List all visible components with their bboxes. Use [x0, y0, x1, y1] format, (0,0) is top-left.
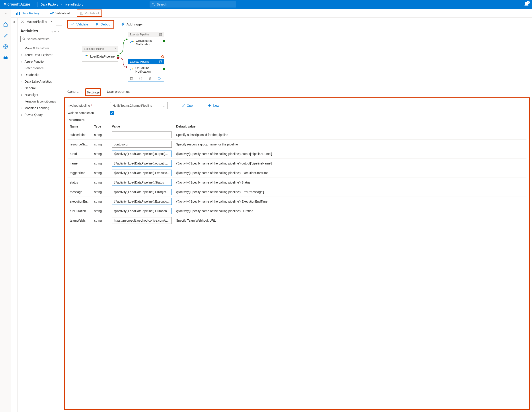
- param-default: @activity('Specify name of the calling p…: [174, 206, 526, 216]
- pipeline-activity-icon: [130, 68, 134, 72]
- add-trigger-button[interactable]: Add trigger: [119, 21, 145, 27]
- open-pipeline-button[interactable]: Open: [181, 104, 194, 107]
- param-type: string: [92, 149, 110, 159]
- activity-onfailure[interactable]: Execute Pipeline OnFailure Notification …: [128, 59, 164, 82]
- param-type: string: [92, 197, 110, 206]
- search-placeholder: Search: [157, 3, 166, 6]
- param-type: string: [92, 178, 110, 187]
- copy-icon[interactable]: [149, 77, 151, 80]
- activity-category[interactable]: ›Machine Learning: [20, 105, 59, 111]
- param-default: @activity('Specify name of the calling p…: [174, 187, 526, 197]
- invoked-pipeline-select[interactable]: NotifyTeamsChannelPipeline ⌄: [110, 102, 168, 109]
- search-icon: [152, 3, 155, 6]
- param-value-input[interactable]: @activity('LoadDataPipeline').Status: [112, 179, 172, 186]
- activity-loaddatapipeline[interactable]: Execute Pipeline LoadDataPipeline: [82, 46, 118, 62]
- validate-all-label: Validate all: [55, 11, 70, 15]
- toolbox-icon[interactable]: [3, 55, 8, 60]
- pencil-icon[interactable]: [3, 33, 8, 38]
- activity-category[interactable]: ›Databricks: [20, 72, 59, 78]
- param-type: string: [92, 168, 110, 178]
- property-tabs: General Settings User properties: [62, 86, 532, 96]
- param-value-input[interactable]: @activity('LoadDataPipeline').Executio..…: [112, 170, 172, 176]
- expand-rail-button[interactable]: »: [4, 11, 6, 16]
- validate-all-button[interactable]: Validate all: [48, 11, 72, 16]
- wait-checkbox[interactable]: ✓: [110, 111, 114, 115]
- success-port[interactable]: [117, 55, 119, 56]
- param-value-input[interactable]: @activity('LoadDataPipeline').Executio..…: [112, 198, 172, 205]
- activity-category[interactable]: ›Azure Function: [20, 58, 59, 65]
- activity-category-label: Data Lake Analytics: [25, 80, 52, 83]
- breadcrumb[interactable]: Data Factory › live-adfactory: [40, 3, 83, 6]
- chevron-right-icon: ›: [21, 80, 22, 83]
- debug-button[interactable]: Debug: [94, 21, 113, 27]
- close-tab-button[interactable]: ×: [51, 20, 53, 24]
- open-external-icon[interactable]: [159, 33, 162, 36]
- pipeline-diagram[interactable]: Execute Pipeline LoadDataPipeline Execut…: [62, 31, 532, 86]
- activity-category[interactable]: ›Iteration & conditionals: [20, 98, 59, 105]
- home-icon[interactable]: [3, 22, 8, 27]
- activity-footer: { }: [128, 75, 164, 81]
- tab-user-properties[interactable]: User properties: [107, 88, 130, 96]
- tab-masterpipeline[interactable]: MasterPipeline ×: [18, 18, 56, 26]
- publish-all-button[interactable]: Publish all: [78, 11, 101, 16]
- param-value-input[interactable]: @activity('LoadDataPipeline').Error['m..…: [112, 189, 172, 195]
- activity-category[interactable]: ›Azure Data Explorer: [20, 52, 59, 58]
- failure-port[interactable]: [117, 57, 119, 59]
- param-type: string: [92, 187, 110, 197]
- activity-name: OnFailure Notification: [135, 66, 162, 73]
- pencil-icon: [181, 104, 185, 107]
- debug-label: Debug: [101, 22, 110, 26]
- param-default: Specify Team Webhook URL: [174, 216, 526, 225]
- activities-search[interactable]: Search activities: [20, 36, 59, 42]
- collapse-all-icon[interactable]: ⌄⌄: [51, 29, 56, 33]
- activity-onsuccess[interactable]: Execute Pipeline OnSuccessNotification: [128, 32, 164, 48]
- activity-category[interactable]: ›HDInsight: [20, 92, 59, 98]
- success-port[interactable]: [163, 68, 165, 70]
- search-icon: [22, 37, 26, 40]
- param-value-input[interactable]: contosorg: [112, 141, 172, 148]
- move-icon[interactable]: [158, 77, 162, 80]
- activity-category-label: Power Query: [25, 113, 43, 117]
- chevron-right-icon: ›: [21, 73, 22, 77]
- param-row: name string @activity('LoadDataPipeline'…: [67, 159, 526, 168]
- notification-count-badge: 1: [527, 1, 530, 4]
- chevron-right-icon: ›: [21, 93, 22, 97]
- svg-rect-18: [131, 77, 132, 80]
- param-value-input[interactable]: @activity('LoadDataPipeline').output['..…: [112, 151, 172, 157]
- notifications-button[interactable]: 1: [524, 1, 529, 7]
- activity-category[interactable]: ›Power Query: [20, 111, 59, 118]
- braces-icon[interactable]: { }: [139, 77, 142, 80]
- breadcrumb-leaf[interactable]: live-adfactory: [65, 3, 83, 6]
- validate-button[interactable]: Validate: [69, 21, 90, 27]
- expand-panel-button[interactable]: »: [11, 18, 18, 412]
- success-port[interactable]: [163, 40, 165, 42]
- param-default: Specify resource group name for the pipe…: [174, 140, 526, 149]
- activity-name: OnSuccessNotification: [136, 39, 152, 46]
- activity-category[interactable]: ›Data Lake Analytics: [20, 78, 59, 85]
- add-trigger-label: Add trigger: [126, 22, 143, 26]
- data-factory-selector[interactable]: Data Factory ⌄: [16, 11, 44, 15]
- param-value-input[interactable]: @activity('LoadDataPipeline').Duration: [112, 208, 172, 214]
- new-pipeline-button[interactable]: New: [208, 104, 219, 107]
- param-value-input[interactable]: @activity('LoadDataPipeline').output['..…: [112, 160, 172, 167]
- open-external-icon[interactable]: [159, 60, 162, 63]
- brand: Microsoft Azure: [4, 2, 30, 6]
- collapse-panel-icon[interactable]: «: [58, 29, 59, 33]
- param-default: @activity('Specify name of the calling p…: [174, 178, 526, 187]
- svg-rect-4: [19, 12, 20, 15]
- activity-category[interactable]: ›Move & transform: [20, 45, 59, 52]
- delete-icon[interactable]: [130, 77, 133, 80]
- param-value-input[interactable]: [112, 131, 172, 138]
- global-search[interactable]: Search: [150, 1, 236, 8]
- tab-general[interactable]: General: [67, 88, 80, 96]
- open-external-icon[interactable]: [114, 48, 116, 50]
- activity-category[interactable]: ›General: [20, 85, 59, 92]
- divider: [37, 2, 38, 7]
- monitor-icon[interactable]: [3, 44, 8, 49]
- activity-category[interactable]: ›Batch Service: [20, 65, 59, 72]
- param-value-input[interactable]: https://microsoft.webhook.office.com/w..…: [112, 217, 172, 224]
- activity-category-label: General: [25, 86, 36, 90]
- param-name: runDuration: [67, 206, 92, 216]
- tab-settings[interactable]: Settings: [85, 88, 101, 96]
- breadcrumb-root[interactable]: Data Factory: [40, 3, 58, 6]
